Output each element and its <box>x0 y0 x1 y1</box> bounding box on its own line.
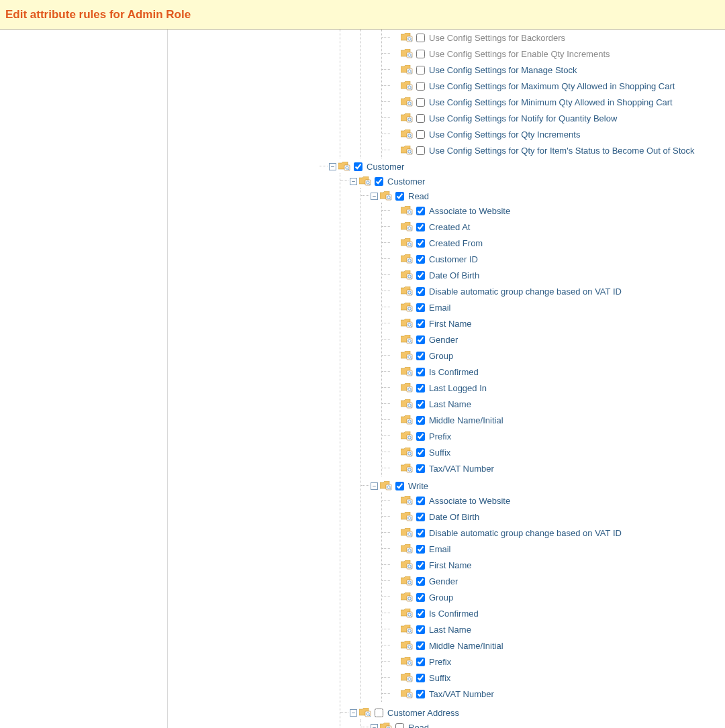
rule-label[interactable]: Middle Name/Initial <box>429 415 503 425</box>
rule-checkbox[interactable] <box>375 177 383 186</box>
rule-label[interactable]: Tax/VAT Number <box>429 689 494 699</box>
rule-label[interactable]: Group <box>429 592 453 603</box>
rule-checkbox[interactable] <box>416 287 425 296</box>
rule-checkbox[interactable] <box>416 400 425 409</box>
rule-checkbox[interactable] <box>416 577 425 586</box>
rule-checkbox[interactable] <box>416 561 425 570</box>
rule-label[interactable]: Created From <box>429 238 483 248</box>
rule-label[interactable]: Customer <box>387 176 425 187</box>
rule-checkbox[interactable] <box>416 658 425 666</box>
rule-checkbox[interactable] <box>416 625 425 634</box>
rule-label[interactable]: Use Config Settings for Backorders <box>429 33 565 43</box>
rule-checkbox[interactable] <box>395 192 404 201</box>
rule-label[interactable]: First Name <box>429 560 472 570</box>
rule-checkbox[interactable] <box>416 464 425 473</box>
collapse-icon[interactable]: − <box>329 163 336 170</box>
rule-checkbox[interactable] <box>416 130 425 139</box>
rule-checkbox[interactable] <box>416 497 425 505</box>
rule-checkbox[interactable] <box>416 513 425 521</box>
rule-checkbox[interactable] <box>416 239 425 248</box>
rule-checkbox[interactable] <box>395 482 404 490</box>
rule-checkbox[interactable] <box>416 335 425 344</box>
rule-checkbox[interactable] <box>416 641 425 650</box>
rule-checkbox[interactable] <box>416 66 425 74</box>
rule-label[interactable]: Date Of Birth <box>429 512 479 522</box>
rule-checkbox[interactable] <box>416 34 425 42</box>
rule-label[interactable]: Created At <box>429 222 470 232</box>
rule-checkbox[interactable] <box>416 690 425 698</box>
collapse-icon[interactable]: − <box>371 482 378 490</box>
rule-label[interactable]: Customer Address <box>387 708 459 718</box>
rule-checkbox[interactable] <box>416 50 425 58</box>
rule-checkbox[interactable] <box>416 207 425 215</box>
rule-label[interactable]: Use Config Settings for Manage Stock <box>429 65 577 75</box>
rule-label[interactable]: Suffix <box>429 673 450 683</box>
rule-label[interactable]: Disable automatic group change based on … <box>429 528 622 538</box>
rule-checkbox[interactable] <box>416 432 425 441</box>
rule-checkbox[interactable] <box>416 384 425 393</box>
rule-label[interactable]: Use Config Settings for Maximum Qty Allo… <box>429 81 675 91</box>
rule-checkbox[interactable] <box>416 82 425 91</box>
rule-label[interactable]: Use Config Settings for Minimum Qty Allo… <box>429 97 673 107</box>
rule-checkbox[interactable] <box>395 723 404 729</box>
rule-label[interactable]: Suffix <box>429 448 450 458</box>
rule-label[interactable]: Group <box>429 351 453 361</box>
rule-label[interactable]: Customer ID <box>429 254 478 264</box>
rule-label[interactable]: Is Confirmed <box>429 367 479 377</box>
tree-row: −Customer <box>329 160 725 173</box>
rule-label[interactable]: Disable automatic group change based on … <box>429 287 622 297</box>
rule-checkbox[interactable] <box>354 162 362 171</box>
rule-label[interactable]: Last Name <box>429 399 471 409</box>
tree-row: Group <box>391 590 725 604</box>
tree-node-cw-email: Email <box>391 541 725 557</box>
rule-label[interactable]: Email <box>429 544 451 554</box>
tree-node-cust-read: −ReadAssociate to WebsiteCreated AtCreat… <box>371 188 725 478</box>
rule-checkbox[interactable] <box>375 709 383 717</box>
rule-checkbox[interactable] <box>416 529 425 537</box>
rule-label[interactable]: Use Config Settings for Notify for Quant… <box>429 113 617 123</box>
rule-checkbox[interactable] <box>416 255 425 264</box>
collapse-icon[interactable]: − <box>350 709 357 717</box>
rule-label[interactable]: Write <box>408 481 428 491</box>
rule-label[interactable]: Date Of Birth <box>429 270 479 280</box>
tree-node-cfg-backorders: Use Config Settings for Backorders <box>391 30 725 46</box>
tree-row: Use Config Settings for Notify for Quant… <box>391 111 725 125</box>
rule-label[interactable]: Read <box>408 191 429 201</box>
rule-label[interactable]: Prefix <box>429 657 451 667</box>
rule-checkbox[interactable] <box>416 223 425 231</box>
rule-label[interactable]: Tax/VAT Number <box>429 464 494 474</box>
collapse-icon[interactable]: − <box>371 193 378 200</box>
rule-label[interactable]: Associate to Website <box>429 206 510 216</box>
rule-checkbox[interactable] <box>416 319 425 328</box>
rule-label[interactable]: Gender <box>429 576 458 586</box>
rule-label[interactable]: Use Config Settings for Enable Qty Incre… <box>429 49 610 59</box>
rule-label[interactable]: Gender <box>429 335 458 345</box>
rule-label[interactable]: Use Config Settings for Qty Increments <box>429 129 580 140</box>
rule-checkbox[interactable] <box>416 271 425 280</box>
rule-checkbox[interactable] <box>416 352 425 360</box>
rule-checkbox[interactable] <box>416 98 425 107</box>
rule-checkbox[interactable] <box>416 674 425 682</box>
rule-label[interactable]: Email <box>429 303 451 313</box>
rule-label[interactable]: Associate to Website <box>429 496 510 506</box>
rule-label[interactable]: Read <box>408 723 429 729</box>
rule-label[interactable]: Is Confirmed <box>429 609 479 619</box>
rule-checkbox[interactable] <box>416 416 425 425</box>
rule-checkbox[interactable] <box>416 593 425 602</box>
rule-label[interactable]: Last Name <box>429 625 471 635</box>
rule-checkbox[interactable] <box>416 146 425 155</box>
rule-checkbox[interactable] <box>416 114 425 123</box>
collapse-icon[interactable]: − <box>350 178 357 185</box>
rule-checkbox[interactable] <box>416 368 425 376</box>
rule-label[interactable]: Use Config Settings for Qty for Item's S… <box>429 146 695 156</box>
rule-checkbox[interactable] <box>416 609 425 618</box>
rule-label[interactable]: Last Logged In <box>429 383 487 393</box>
rule-label[interactable]: Customer <box>367 162 404 172</box>
rule-checkbox[interactable] <box>416 303 425 312</box>
rule-label[interactable]: Prefix <box>429 431 451 441</box>
collapse-icon[interactable]: − <box>371 724 378 729</box>
rule-checkbox[interactable] <box>416 545 425 554</box>
rule-label[interactable]: First Name <box>429 319 472 329</box>
rule-label[interactable]: Middle Name/Initial <box>429 641 503 651</box>
rule-checkbox[interactable] <box>416 448 425 457</box>
